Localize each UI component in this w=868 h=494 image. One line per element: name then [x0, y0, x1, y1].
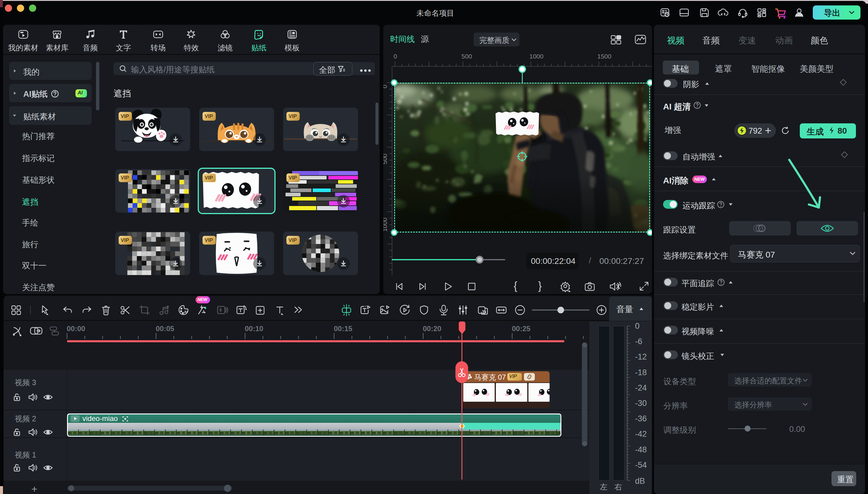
svg-text:0: 0: [383, 85, 388, 88]
svg-text:1000: 1000: [529, 53, 543, 60]
svg-text:AI: AI: [184, 310, 187, 314]
svg-text:500: 500: [383, 153, 388, 164]
svg-text:1000: 1000: [383, 218, 388, 232]
svg-text:500: 500: [461, 53, 472, 60]
svg-text:0: 0: [393, 53, 397, 60]
svg-text:1500: 1500: [597, 53, 611, 60]
